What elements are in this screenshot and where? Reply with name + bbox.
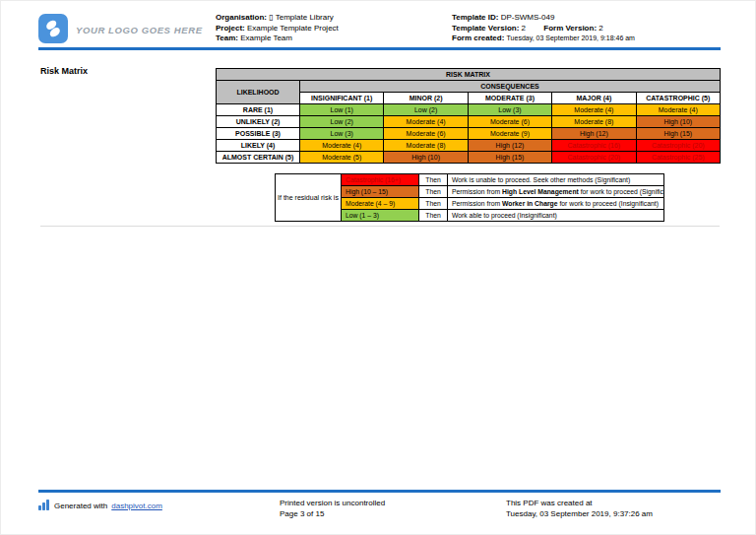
project-label: Project: [216, 24, 245, 33]
matrix-cell: Moderate (4) [384, 116, 468, 128]
likelihood-row-label: POSSIBLE (3) [217, 128, 300, 140]
organisation-info: Organisation: ▯ Template Library Project… [216, 13, 339, 44]
legend-risk-cell: Catastrophic (16+) [342, 174, 419, 186]
likelihood-row-label: UNLIKELY (2) [217, 116, 300, 128]
legend-desc-cell: Work is unable to proceed. Seek other me… [448, 174, 664, 186]
matrix-cell: Low (1) [300, 104, 384, 116]
page-number: Page 3 of 15 [280, 508, 385, 519]
matrix-cell: Moderate (9) [468, 128, 551, 140]
legend-then-cell: Then [419, 210, 448, 222]
matrix-cell: Moderate (6) [468, 116, 551, 128]
likelihood-header: LIKELIHOOD [217, 81, 300, 104]
consequence-column-header: MAJOR (4) [552, 93, 636, 104]
form-version-value: 2 [598, 24, 602, 33]
template-id-value: DP-SWMS-049 [501, 13, 555, 22]
matrix-row: ALMOST CERTAIN (5) Moderate (5) High (10… [217, 152, 721, 164]
section-title: Risk Matrix [40, 66, 88, 76]
form-version-label: Form Version: [543, 24, 597, 33]
legend-desc-cell: Permission from High Level Management fo… [448, 186, 664, 198]
version-line: Template Version: 2 Form Version: 2 [452, 24, 635, 34]
matrix-cell: High (10) [636, 116, 720, 128]
risk-matrix-table: RISK MATRIX LIKELIHOOD CONSEQUENCES INSI… [216, 68, 721, 164]
footer-pdf-created: This PDF was created at Tuesday, 03 Sept… [506, 498, 653, 519]
matrix-cell: High (12) [468, 140, 551, 152]
project-line: Project: Example Template Project [216, 24, 339, 34]
matrix-cell: Low (3) [468, 104, 551, 116]
matrix-cell: Moderate (8) [552, 116, 636, 128]
template-version-label: Template Version: [452, 24, 519, 33]
consequence-column-header: MODERATE (3) [468, 93, 551, 104]
template-version-value: 2 [522, 24, 526, 33]
consequence-column-header: CATASTROPHIC (5) [636, 93, 720, 104]
legend-desc-cell: Work able to proceed (Insignificant) [448, 210, 664, 222]
legend-risk-cell: Low (1 – 3) [342, 210, 419, 222]
form-created-value: Tuesday, 03 September 2019, 9:18:46 am [507, 34, 635, 41]
pdf-page: YOUR LOGO GOES HERE Organisation: ▯ Temp… [0, 0, 756, 535]
residual-risk-legend-table: If the residual risk is Catastrophic (16… [275, 173, 664, 222]
matrix-row: UNLIKELY (2) Low (2) Moderate (4) Modera… [217, 116, 721, 128]
legend-row: If the residual risk is Catastrophic (16… [276, 174, 664, 186]
footer-generated: Generated with dashpivot.com [38, 500, 162, 512]
legend-risk-cell: High (10 – 15) [342, 186, 419, 198]
template-info: Template ID: DP-SWMS-049 Template Versio… [452, 13, 635, 44]
legend-risk-cell: Moderate (4 – 9) [342, 198, 419, 210]
legend-then-cell: Then [419, 198, 448, 210]
form-created-label: Form created: [452, 33, 504, 42]
generated-with-text: Generated with [54, 502, 107, 510]
section-divider [40, 226, 720, 227]
matrix-cell: Catastrophic (20) [552, 152, 636, 164]
header-rule [38, 47, 721, 50]
legend-intro: If the residual risk is [276, 174, 342, 222]
form-created-line: Form created: Tuesday, 03 September 2019… [452, 33, 635, 44]
team-value: Example Team [240, 33, 292, 42]
matrix-title: RISK MATRIX [217, 69, 721, 81]
matrix-cell: Moderate (4) [636, 104, 720, 116]
matrix-cell: Catastrophic (20) [636, 140, 720, 152]
template-id-label: Template ID: [452, 13, 498, 22]
likelihood-row-label: LIKELY (4) [217, 140, 300, 152]
organisation-value: ▯ Template Library [269, 13, 334, 22]
template-id-line: Template ID: DP-SWMS-049 [452, 13, 635, 24]
matrix-cell: Moderate (4) [300, 140, 384, 152]
team-line: Team: Example Team [216, 33, 339, 44]
legend-desc-cell: Permission from Worker in Charge for wor… [448, 198, 664, 210]
matrix-cell: High (12) [552, 128, 636, 140]
likelihood-row-label: ALMOST CERTAIN (5) [217, 152, 300, 164]
company-logo-icon [38, 14, 68, 43]
project-value: Example Template Project [247, 24, 339, 33]
matrix-cell: Low (2) [300, 116, 384, 128]
dashpivot-bars-icon [38, 500, 50, 512]
matrix-cell: High (10) [384, 152, 468, 164]
matrix-cell: Low (2) [384, 104, 468, 116]
matrix-cell: Catastrophic (16) [552, 140, 636, 152]
matrix-row: RARE (1) Low (1) Low (2) Low (3) Moderat… [217, 104, 721, 116]
legend-then-cell: Then [419, 174, 448, 186]
legend-then-cell: Then [419, 186, 448, 198]
matrix-cell: Moderate (8) [384, 140, 468, 152]
consequence-column-header: MINOR (2) [384, 93, 468, 104]
consequences-header: CONSEQUENCES [300, 81, 721, 93]
logo-placeholder-text: YOUR LOGO GOES HERE [76, 25, 203, 35]
footer-center: Printed version is uncontrolled Page 3 o… [280, 498, 385, 519]
pdf-created-label: This PDF was created at [506, 498, 653, 508]
footer-rule [38, 490, 721, 493]
matrix-row: LIKELY (4) Moderate (4) Moderate (8) Hig… [217, 140, 721, 152]
consequence-column-header: INSIGNIFICANT (1) [300, 93, 384, 104]
matrix-cell: Moderate (6) [384, 128, 468, 140]
printed-version-note: Printed version is uncontrolled [280, 498, 385, 508]
matrix-cell: Catastrophic (25) [636, 152, 720, 164]
likelihood-row-label: RARE (1) [217, 104, 300, 116]
dashpivot-link[interactable]: dashpivot.com [111, 502, 162, 510]
team-label: Team: [216, 33, 238, 42]
organisation-label: Organisation: [216, 13, 267, 22]
matrix-row: POSSIBLE (3) Low (3) Moderate (6) Modera… [217, 128, 721, 140]
matrix-cell: Moderate (5) [300, 152, 384, 164]
matrix-cell: High (15) [468, 152, 551, 164]
organisation-line: Organisation: ▯ Template Library [216, 13, 339, 24]
pdf-created-timestamp: Tuesday, 03 September 2019, 9:37:26 am [506, 508, 653, 519]
matrix-cell: High (15) [636, 128, 720, 140]
matrix-cell: Moderate (4) [552, 104, 636, 116]
matrix-cell: Low (3) [300, 128, 384, 140]
